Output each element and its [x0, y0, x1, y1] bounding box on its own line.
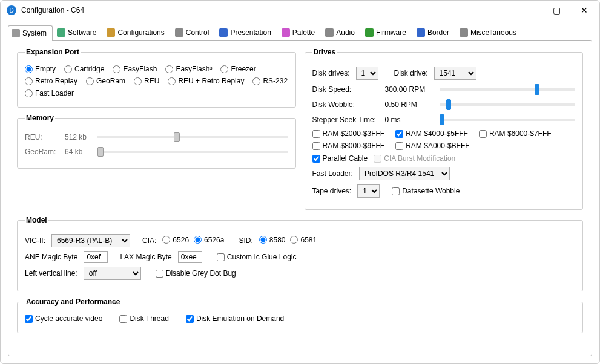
disk-drive-select[interactable]: 1541 — [434, 67, 476, 80]
disk-drives-label: Disk drives: — [312, 69, 350, 77]
custom-glue-check[interactable]: Custom Ic Glue Logic — [217, 253, 297, 261]
tape-drives-select[interactable]: 1 — [357, 184, 380, 198]
configurations-icon — [107, 28, 115, 37]
tab-strip: SystemSoftwareConfigurationsControlPrese… — [1, 20, 599, 40]
lax-label: LAX Magic Byte — [120, 253, 171, 261]
disk-speed-label: Disk Speed: — [312, 85, 379, 94]
acc-check[interactable]: Disk Emulation on Demand — [186, 314, 284, 323]
expansion-options: EmptyCartridgeEasyFlashEasyFlash³Freezer… — [25, 65, 288, 97]
tape-drives-label: Tape drives: — [312, 187, 352, 195]
datasette-wobble-check[interactable]: Datasette Wobble — [392, 187, 460, 195]
exp-easyflash-[interactable]: EasyFlash³ — [165, 65, 212, 73]
accuracy-legend: Accuracy and Performance — [25, 297, 121, 306]
exp-retro-replay[interactable]: Retro Replay — [25, 77, 77, 85]
parallel-cable-check[interactable]: Parallel Cable — [312, 154, 368, 163]
ram-check[interactable]: RAM $8000-$9FFF — [312, 141, 385, 150]
tab-palette[interactable]: Palette — [278, 25, 321, 40]
app-icon: D — [7, 5, 16, 15]
audio-icon — [325, 28, 334, 37]
exp-fast-loader[interactable]: Fast Loader — [25, 89, 74, 97]
exp-reu[interactable]: REU — [134, 77, 159, 85]
georam-value: 64 kb — [65, 148, 91, 156]
maximize-button[interactable]: ▢ — [542, 1, 570, 19]
presentation-icon — [219, 28, 228, 37]
expansion-port-group: Expansion Port EmptyCartridgeEasyFlashEa… — [17, 48, 296, 108]
georam-label: GeoRam: — [25, 148, 59, 156]
disk-wobble-slider[interactable] — [440, 99, 576, 110]
miscellaneous-icon — [460, 28, 468, 37]
window-title: Configuration - C64 — [21, 6, 515, 15]
ane-label: ANE Magic Byte — [25, 253, 77, 261]
lvl-label: Left vertical line: — [25, 269, 77, 278]
acc-check[interactable]: Disk Thread — [119, 314, 168, 323]
exp-rs-232[interactable]: RS-232 — [252, 77, 288, 85]
software-icon — [57, 28, 65, 37]
sid-8580[interactable]: 8580 — [259, 236, 286, 244]
border-icon — [417, 28, 425, 37]
cia-6526a[interactable]: 6526a — [194, 236, 224, 244]
tab-content: Expansion Port EmptyCartridgeEasyFlashEa… — [8, 40, 592, 356]
ane-input[interactable] — [84, 251, 108, 263]
reu-value: 512 kb — [65, 133, 91, 141]
close-button[interactable]: ✕ — [570, 1, 598, 19]
exp-georam[interactable]: GeoRam — [86, 77, 125, 85]
exp-reu-retro-replay[interactable]: REU + Retro Replay — [168, 77, 244, 85]
lax-input[interactable] — [178, 251, 202, 263]
palette-icon — [282, 28, 290, 37]
model-group: Model VIC-II: 6569-R3 (PAL-B) CIA: 65266… — [17, 216, 583, 291]
firmware-icon — [365, 28, 374, 37]
ram-check[interactable]: RAM $6000-$7FFF — [479, 129, 552, 138]
config-window: D Configuration - C64 — ▢ ✕ SystemSoftwa… — [0, 0, 600, 364]
ram-check[interactable]: RAM $A000-$BFFF — [395, 141, 469, 150]
drives-group: Drives Disk drives: 1 Disk drive: 1541 D… — [305, 48, 584, 210]
sid-6581[interactable]: 6581 — [290, 236, 317, 244]
tab-system[interactable]: System — [8, 25, 53, 41]
tab-firmware[interactable]: Firmware — [361, 25, 412, 40]
exp-easyflash[interactable]: EasyFlash — [113, 65, 157, 73]
seek-slider[interactable] — [440, 114, 576, 125]
georam-slider[interactable] — [97, 146, 288, 157]
tab-presentation[interactable]: Presentation — [216, 25, 277, 40]
cia-burst-check: CIA Burst Modification — [374, 154, 455, 163]
exp-cartridge[interactable]: Cartridge — [64, 65, 104, 73]
accuracy-group: Accuracy and Performance Cycle accurate … — [17, 297, 583, 333]
disk-drive-label: Disk drive: — [394, 69, 428, 77]
acc-check[interactable]: Cycle accurate video — [25, 314, 102, 323]
expansion-legend: Expansion Port — [25, 48, 81, 56]
tab-configurations[interactable]: Configurations — [103, 25, 170, 40]
fastloader-select[interactable]: ProfDOS R3/R4 1541 — [359, 167, 450, 180]
exp-freezer[interactable]: Freezer — [220, 65, 255, 73]
sid-label: SID: — [239, 236, 252, 245]
vic-label: VIC-II: — [25, 236, 45, 245]
reu-label: REU: — [25, 133, 59, 141]
seek-label: Stepper Seek Time: — [312, 115, 379, 124]
tab-border[interactable]: Border — [413, 25, 455, 40]
disk-wobble-value: 0.50 RPM — [385, 100, 434, 109]
system-icon — [12, 29, 20, 37]
drives-legend: Drives — [312, 48, 337, 56]
vic-select[interactable]: 6569-R3 (PAL-B) — [51, 234, 130, 247]
memory-legend: Memory — [25, 114, 55, 122]
minimize-button[interactable]: — — [515, 1, 542, 19]
cia-6526[interactable]: 6526 — [162, 236, 189, 244]
disk-speed-value: 300.00 RPM — [385, 85, 434, 94]
accuracy-checks: Cycle accurate videoDisk ThreadDisk Emul… — [25, 314, 575, 323]
control-icon — [175, 28, 183, 37]
tab-software[interactable]: Software — [53, 25, 102, 40]
reu-slider[interactable] — [97, 132, 288, 143]
seek-value: 0 ms — [385, 115, 434, 124]
memory-group: Memory REU: 512 kb GeoRam: 64 kb — [17, 114, 296, 169]
disk-drives-select[interactable]: 1 — [356, 67, 378, 80]
ram-check[interactable]: RAM $4000-$5FFF — [395, 129, 468, 138]
ram-check[interactable]: RAM $2000-$3FFF — [312, 129, 385, 138]
lvl-select[interactable]: off — [84, 267, 141, 280]
disk-speed-slider[interactable] — [440, 84, 576, 95]
fastloader-label: Fast Loader: — [312, 169, 353, 178]
grey-dot-check[interactable]: Disable Grey Dot Bug — [156, 269, 236, 278]
exp-empty[interactable]: Empty — [25, 65, 56, 73]
tab-control[interactable]: Control — [171, 25, 216, 40]
tab-miscellaneous[interactable]: Miscellaneous — [456, 25, 523, 40]
disk-wobble-label: Disk Wobble: — [312, 100, 379, 109]
ram-checks: RAM $2000-$3FFFRAM $4000-$5FFFRAM $6000-… — [312, 129, 576, 150]
tab-audio[interactable]: Audio — [321, 25, 361, 40]
